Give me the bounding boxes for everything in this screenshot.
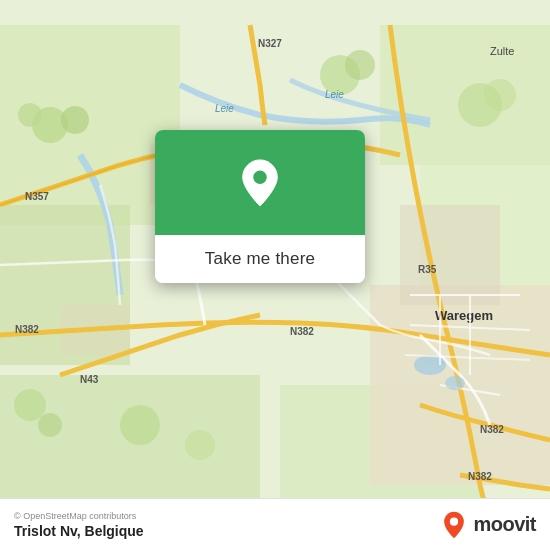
svg-rect-8	[400, 205, 500, 305]
svg-point-19	[38, 413, 62, 437]
svg-point-17	[484, 79, 516, 111]
bottom-left: © OpenStreetMap contributors Trislot Nv,…	[14, 511, 144, 539]
svg-text:N43: N43	[80, 374, 99, 385]
svg-point-22	[414, 355, 446, 375]
svg-text:Waregem: Waregem	[435, 308, 493, 323]
svg-point-23	[445, 376, 465, 390]
moovit-text: moovit	[473, 513, 536, 536]
svg-text:R35: R35	[418, 264, 437, 275]
svg-point-21	[185, 430, 215, 460]
svg-point-20	[120, 405, 160, 445]
location-pin-icon	[238, 158, 282, 208]
svg-text:Leie: Leie	[215, 103, 234, 114]
svg-point-15	[345, 50, 375, 80]
moovit-logo: moovit	[440, 511, 536, 539]
popup-card: Take me there	[155, 130, 365, 283]
svg-text:Leie: Leie	[325, 89, 344, 100]
popup-green-area	[155, 130, 365, 235]
location-name: Trislot Nv, Belgique	[14, 523, 144, 539]
svg-point-13	[18, 103, 42, 127]
moovit-pin-icon	[440, 511, 468, 539]
map-container: N327 N357 N357 N382 N382 N382 N382 N43 R…	[0, 0, 550, 550]
bottom-bar: © OpenStreetMap contributors Trislot Nv,…	[0, 498, 550, 550]
svg-point-43	[450, 517, 458, 525]
svg-text:Zulte: Zulte	[490, 45, 514, 57]
attribution-text: © OpenStreetMap contributors	[14, 511, 144, 521]
svg-point-12	[61, 106, 89, 134]
popup-button-area[interactable]: Take me there	[155, 235, 365, 283]
svg-point-18	[14, 389, 46, 421]
svg-text:N327: N327	[258, 38, 282, 49]
take-me-there-button[interactable]: Take me there	[205, 249, 315, 269]
svg-text:N382: N382	[468, 471, 492, 482]
svg-point-42	[253, 170, 266, 183]
svg-text:N382: N382	[480, 424, 504, 435]
svg-text:N357: N357	[25, 191, 49, 202]
svg-text:N382: N382	[15, 324, 39, 335]
svg-text:N382: N382	[290, 326, 314, 337]
